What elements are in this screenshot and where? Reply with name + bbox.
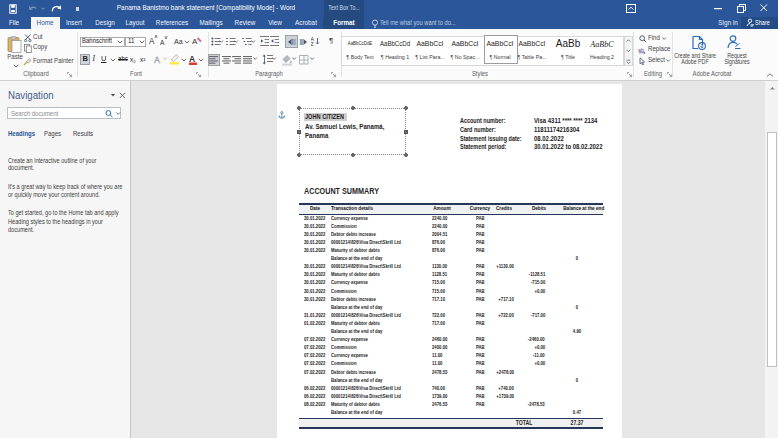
svg-text:A: A [192, 37, 198, 46]
svg-text:A: A [154, 55, 160, 64]
svg-text:A: A [189, 54, 195, 64]
